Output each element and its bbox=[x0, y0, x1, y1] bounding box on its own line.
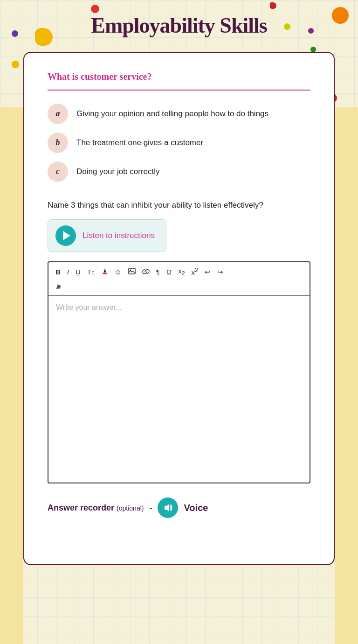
toolbar-color-button[interactable] bbox=[99, 266, 110, 277]
toolbar-link-button[interactable] bbox=[140, 267, 152, 277]
svg-marker-5 bbox=[165, 504, 169, 511]
speaker-button[interactable] bbox=[158, 497, 178, 518]
toolbar-italic-button[interactable]: I bbox=[65, 267, 71, 277]
toolbar-omega-button[interactable]: Ω bbox=[164, 267, 174, 277]
svg-marker-3 bbox=[56, 284, 61, 288]
play-triangle bbox=[63, 231, 70, 240]
recorder-optional: (optional) bbox=[117, 504, 144, 512]
toolbar-superscript-button[interactable]: x2 bbox=[189, 266, 200, 277]
toolbar-fontsize-button[interactable]: T↕ bbox=[85, 267, 97, 277]
toolbar-undo-button[interactable]: ↩ bbox=[202, 267, 213, 277]
option-row-b[interactable]: b The treatment one gives a customer bbox=[48, 133, 310, 153]
toolbar-eraser-button[interactable] bbox=[53, 281, 64, 292]
recorder-label: Answer recorder (optional) bbox=[48, 503, 144, 513]
toolbar-row2 bbox=[53, 281, 305, 292]
recorder-label-text: Answer recorder bbox=[48, 503, 114, 512]
section-customer-service: What is customer service? a Giving your … bbox=[48, 71, 310, 182]
svg-rect-4 bbox=[56, 288, 60, 289]
toolbar-paragraph-button[interactable]: ¶ bbox=[154, 267, 162, 277]
listen-label: Listen to instructions bbox=[83, 231, 155, 240]
toolbar-underline-button[interactable]: U bbox=[73, 267, 83, 277]
toolbar-bold-button[interactable]: B bbox=[53, 267, 63, 277]
recorder-dash: - bbox=[149, 503, 152, 513]
voice-label: Voice bbox=[184, 503, 208, 513]
listen-button[interactable]: Listen to instructions bbox=[48, 219, 166, 252]
question2-label: Name 3 things that can inhibit your abil… bbox=[48, 201, 310, 210]
svg-rect-0 bbox=[103, 273, 107, 274]
option-circle-c: c bbox=[48, 161, 68, 182]
option-circle-a: a bbox=[48, 104, 68, 124]
option-text-b: The treatment one gives a customer bbox=[76, 138, 203, 147]
toolbar-subscript-button[interactable]: x2 bbox=[176, 266, 187, 278]
option-circle-b: b bbox=[48, 133, 68, 153]
option-row-a[interactable]: a Giving your opinion and telling people… bbox=[48, 104, 310, 124]
option-text-a: Giving your opinion and telling people h… bbox=[76, 109, 268, 119]
splash-decoration bbox=[12, 61, 19, 68]
answer-recorder-section: Answer recorder (optional) - Voice bbox=[48, 497, 310, 518]
page-title: Employability Skills bbox=[37, 14, 321, 38]
section-listen: Name 3 things that can inhibit your abil… bbox=[48, 201, 310, 484]
option-text-c: Doing your job correctly bbox=[76, 167, 160, 176]
option-row-c[interactable]: c Doing your job correctly bbox=[48, 161, 310, 182]
question1-label: What is customer service? bbox=[48, 71, 310, 82]
toolbar-emoji-button[interactable]: ☺ bbox=[112, 267, 124, 277]
side-panel-left bbox=[0, 107, 23, 644]
editor-placeholder: Write your answer... bbox=[56, 303, 122, 311]
content-card: What is customer service? a Giving your … bbox=[23, 52, 335, 565]
play-icon bbox=[55, 225, 76, 246]
toolbar-redo-button[interactable]: ↪ bbox=[215, 267, 226, 277]
editor-toolbar: B I U T↕ ☺ bbox=[48, 262, 310, 296]
toolbar-image-button[interactable] bbox=[126, 266, 138, 277]
section-divider bbox=[48, 90, 310, 91]
text-editor: B I U T↕ ☺ bbox=[48, 261, 310, 484]
side-panel-right bbox=[335, 107, 358, 644]
speaker-icon bbox=[163, 503, 173, 513]
editor-input[interactable]: Write your answer... bbox=[48, 296, 310, 483]
page-header: Employability Skills bbox=[0, 0, 358, 47]
